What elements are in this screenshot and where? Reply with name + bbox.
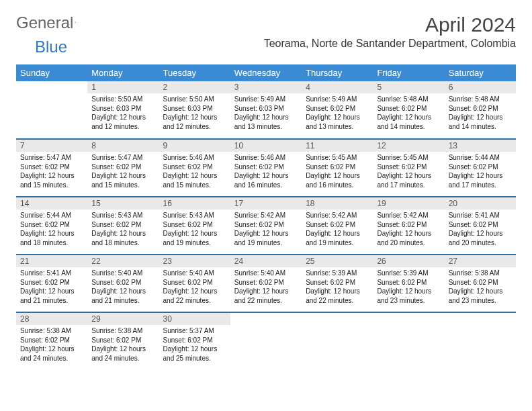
sunrise-text: Sunrise: 5:41 AM <box>20 269 83 278</box>
daylight-text: Daylight: 12 hours and 25 minutes. <box>163 345 226 363</box>
sunset-text: Sunset: 6:02 PM <box>449 163 512 172</box>
day-details: Sunrise: 5:39 AMSunset: 6:02 PMDaylight:… <box>302 267 373 308</box>
calendar-day-cell: 5Sunrise: 5:48 AMSunset: 6:02 PMDaylight… <box>373 81 444 139</box>
day-details: Sunrise: 5:42 AMSunset: 6:02 PMDaylight:… <box>230 210 302 250</box>
daylight-text: Daylight: 12 hours and 13 minutes. <box>306 113 369 131</box>
calendar-day-cell: 23Sunrise: 5:40 AMSunset: 6:02 PMDayligh… <box>159 255 230 312</box>
day-number: 6 <box>445 81 516 93</box>
sunset-text: Sunset: 6:02 PM <box>91 278 154 287</box>
day-number: 20 <box>445 197 516 210</box>
calendar-day-cell: 6Sunrise: 5:48 AMSunset: 6:02 PMDaylight… <box>445 81 516 139</box>
calendar-day-cell: 27Sunrise: 5:38 AMSunset: 6:02 PMDayligh… <box>445 255 516 312</box>
calendar-week-row: 7Sunrise: 5:47 AMSunset: 6:02 PMDaylight… <box>16 139 516 197</box>
sunset-text: Sunset: 6:02 PM <box>163 220 226 230</box>
sunset-text: Sunset: 6:02 PM <box>377 163 440 172</box>
sunset-text: Sunset: 6:03 PM <box>234 104 298 113</box>
sunrise-text: Sunrise: 5:41 AM <box>449 211 512 220</box>
sunrise-text: Sunrise: 5:43 AM <box>91 211 154 220</box>
sunrise-text: Sunrise: 5:42 AM <box>234 211 298 220</box>
calendar-week-row: 21Sunrise: 5:41 AMSunset: 6:02 PMDayligh… <box>16 255 516 312</box>
calendar-day-cell: 3Sunrise: 5:49 AMSunset: 6:03 PMDaylight… <box>230 81 302 139</box>
day-details: Sunrise: 5:38 AMSunset: 6:02 PMDaylight:… <box>16 325 87 365</box>
sunset-text: Sunset: 6:02 PM <box>449 220 512 230</box>
sunset-text: Sunset: 6:02 PM <box>20 163 83 172</box>
day-number: 11 <box>302 140 373 152</box>
day-details: Sunrise: 5:44 AMSunset: 6:02 PMDaylight:… <box>445 152 516 192</box>
day-details: Sunrise: 5:42 AMSunset: 6:02 PMDaylight:… <box>373 210 444 250</box>
day-number: 15 <box>87 197 159 210</box>
sunset-text: Sunset: 6:03 PM <box>91 104 154 113</box>
day-details: Sunrise: 5:37 AMSunset: 6:02 PMDaylight:… <box>159 325 230 365</box>
sunset-text: Sunset: 6:02 PM <box>377 278 440 287</box>
sunrise-text: Sunrise: 5:47 AM <box>20 153 83 163</box>
day-details: Sunrise: 5:42 AMSunset: 6:02 PMDaylight:… <box>302 210 373 250</box>
day-details: Sunrise: 5:50 AMSunset: 6:03 PMDaylight:… <box>87 93 159 134</box>
calendar-day-cell: 20Sunrise: 5:41 AMSunset: 6:02 PMDayligh… <box>445 197 516 255</box>
daylight-text: Daylight: 12 hours and 18 minutes. <box>91 229 154 247</box>
day-details: Sunrise: 5:43 AMSunset: 6:02 PMDaylight:… <box>87 210 159 250</box>
calendar-day-cell: 21Sunrise: 5:41 AMSunset: 6:02 PMDayligh… <box>16 255 87 312</box>
sunset-text: Sunset: 6:02 PM <box>91 336 154 345</box>
day-details: Sunrise: 5:40 AMSunset: 6:02 PMDaylight:… <box>159 267 230 308</box>
day-details: Sunrise: 5:45 AMSunset: 6:02 PMDaylight:… <box>373 152 444 192</box>
sunrise-text: Sunrise: 5:46 AM <box>234 153 298 163</box>
sunrise-text: Sunrise: 5:45 AM <box>306 153 369 163</box>
daylight-text: Daylight: 12 hours and 19 minutes. <box>306 229 369 247</box>
daylight-text: Daylight: 12 hours and 23 minutes. <box>377 287 440 305</box>
weekday-header: Sunday <box>16 64 87 81</box>
day-number: 8 <box>87 140 159 152</box>
day-number: 22 <box>87 255 159 267</box>
sunrise-text: Sunrise: 5:38 AM <box>449 269 512 278</box>
sunrise-text: Sunrise: 5:44 AM <box>20 211 83 220</box>
calendar-day-cell: 16Sunrise: 5:43 AMSunset: 6:02 PMDayligh… <box>159 197 230 255</box>
day-details: Sunrise: 5:40 AMSunset: 6:02 PMDaylight:… <box>230 267 302 308</box>
calendar-day-cell: 10Sunrise: 5:46 AMSunset: 6:02 PMDayligh… <box>230 139 302 197</box>
day-number: 29 <box>87 313 159 325</box>
daylight-text: Daylight: 12 hours and 17 minutes. <box>449 171 512 189</box>
sunset-text: Sunset: 6:02 PM <box>234 163 298 172</box>
daylight-text: Daylight: 12 hours and 14 minutes. <box>449 113 512 131</box>
daylight-text: Daylight: 12 hours and 16 minutes. <box>234 171 298 189</box>
calendar-day-cell: 2Sunrise: 5:50 AMSunset: 6:03 PMDaylight… <box>159 81 230 139</box>
calendar-week-row: 1Sunrise: 5:50 AMSunset: 6:03 PMDaylight… <box>16 81 516 139</box>
day-details: Sunrise: 5:49 AMSunset: 6:03 PMDaylight:… <box>230 93 302 134</box>
brand-part1: General <box>16 13 73 32</box>
calendar-day-cell: 24Sunrise: 5:40 AMSunset: 6:02 PMDayligh… <box>230 255 302 312</box>
sunset-text: Sunset: 6:02 PM <box>91 163 154 172</box>
day-details: Sunrise: 5:47 AMSunset: 6:02 PMDaylight:… <box>16 152 87 192</box>
sunrise-text: Sunrise: 5:39 AM <box>306 269 369 278</box>
day-number: 16 <box>159 197 230 210</box>
sunset-text: Sunset: 6:02 PM <box>20 278 83 287</box>
day-details: Sunrise: 5:41 AMSunset: 6:02 PMDaylight:… <box>445 210 516 250</box>
calendar-day-cell: 1Sunrise: 5:50 AMSunset: 6:03 PMDaylight… <box>87 81 159 139</box>
calendar-day-cell <box>302 312 373 370</box>
sunrise-text: Sunrise: 5:40 AM <box>163 269 226 278</box>
day-number: 27 <box>445 255 516 267</box>
day-number: 26 <box>373 255 444 267</box>
weekday-header: Tuesday <box>159 64 230 81</box>
daylight-text: Daylight: 12 hours and 23 minutes. <box>449 287 512 305</box>
sunset-text: Sunset: 6:02 PM <box>306 220 369 230</box>
calendar-day-cell: 17Sunrise: 5:42 AMSunset: 6:02 PMDayligh… <box>230 197 302 255</box>
day-number: 13 <box>445 140 516 152</box>
day-number: 24 <box>230 255 302 267</box>
calendar-day-cell: 8Sunrise: 5:47 AMSunset: 6:02 PMDaylight… <box>87 139 159 197</box>
brand-part2: Blue <box>35 38 67 56</box>
calendar-day-cell: 9Sunrise: 5:46 AMSunset: 6:02 PMDaylight… <box>159 139 230 197</box>
day-details: Sunrise: 5:43 AMSunset: 6:02 PMDaylight:… <box>159 210 230 250</box>
calendar-body: 1Sunrise: 5:50 AMSunset: 6:03 PMDaylight… <box>16 81 516 370</box>
daylight-text: Daylight: 12 hours and 21 minutes. <box>20 287 83 305</box>
day-number: 25 <box>302 255 373 267</box>
brand-logo: General <box>16 13 87 32</box>
day-number: 18 <box>302 197 373 210</box>
weekday-header: Friday <box>373 64 444 81</box>
day-details: Sunrise: 5:39 AMSunset: 6:02 PMDaylight:… <box>373 267 444 308</box>
sunset-text: Sunset: 6:02 PM <box>91 220 154 230</box>
daylight-text: Daylight: 12 hours and 24 minutes. <box>91 345 154 363</box>
page-title: April 2024 <box>264 13 516 36</box>
daylight-text: Daylight: 12 hours and 12 minutes. <box>163 113 226 131</box>
location-text: Teorama, Norte de Santander Department, … <box>264 38 516 50</box>
sunrise-text: Sunrise: 5:49 AM <box>306 95 369 104</box>
sunrise-text: Sunrise: 5:38 AM <box>20 326 83 336</box>
daylight-text: Daylight: 12 hours and 19 minutes. <box>163 229 226 247</box>
